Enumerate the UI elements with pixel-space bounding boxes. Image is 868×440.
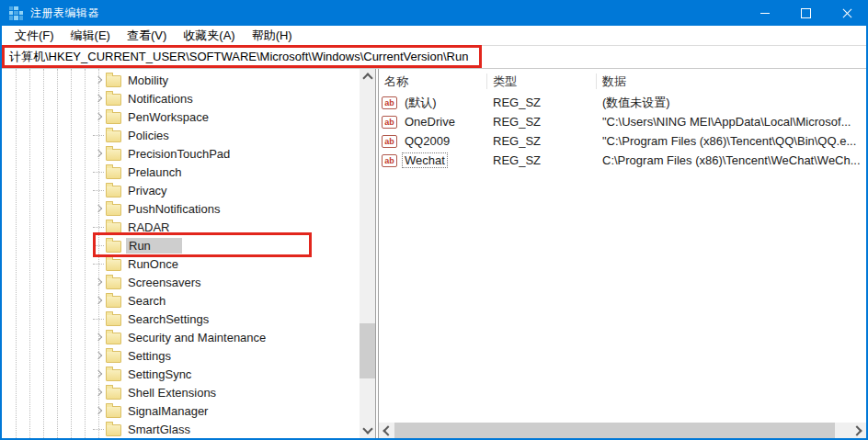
tree-item-privacy[interactable]: Privacy [2, 181, 360, 199]
menu-file[interactable]: 文件(F) [9, 28, 60, 44]
tree-item-label: RunOnce [128, 257, 178, 271]
chevron-right-icon[interactable] [93, 276, 106, 288]
column-header-name[interactable]: 名称 [379, 73, 487, 89]
tree-item-settings[interactable]: Settings [2, 346, 360, 365]
value-name: QQ2009 [402, 133, 452, 149]
folder-icon [106, 149, 121, 161]
tree-item-label: Privacy [128, 184, 167, 197]
maximize-button[interactable] [785, 0, 827, 26]
tree-item-policies[interactable]: Policies [2, 126, 360, 144]
menu-edit[interactable]: 编辑(E) [65, 28, 116, 44]
chevron-right-icon[interactable] [93, 349, 106, 362]
folder-icon [106, 112, 121, 124]
tree-connector-line [93, 245, 104, 246]
tree-item-screensavers[interactable]: Screensavers [2, 273, 360, 291]
folder-icon [106, 186, 121, 197]
value-data: "C:\Users\NING MEI\AppData\Local\Microso… [597, 115, 866, 129]
menu-help[interactable]: 帮助(H) [246, 28, 298, 44]
tree-item-precisiontouchpad[interactable]: PrecisionTouchPad [2, 144, 360, 163]
chevron-right-icon[interactable] [93, 110, 106, 123]
registry-values-pane: 名称 类型 数据 ab(默认)REG_SZ(数值未设置)abOneDriveRE… [378, 69, 866, 438]
folder-icon [106, 222, 121, 234]
chevron-right-icon[interactable] [93, 386, 106, 399]
tree-item-pushnotifications[interactable]: PushNotifications [2, 199, 360, 218]
chevron-down-icon [362, 423, 372, 434]
tree-item-security-and-maintenance[interactable]: Security and Maintenance [2, 328, 360, 346]
chevron-right-icon[interactable] [93, 73, 106, 86]
chevron-right-icon[interactable] [93, 367, 106, 380]
tree-item-signalmanager[interactable]: SignalManager [2, 401, 360, 420]
chevron-left-icon [383, 425, 393, 435]
tree-item-label: PushNotifications [128, 202, 220, 216]
registry-value-row-qq2009[interactable]: abQQ2009REG_SZ"C:\Program Files (x86)\Te… [379, 131, 866, 151]
scroll-down-button[interactable] [360, 423, 375, 438]
string-value-icon: ab [382, 96, 397, 109]
tree-item-label: Policies [128, 129, 169, 142]
tree-item-run[interactable]: Run [2, 236, 360, 254]
folder-icon [106, 75, 121, 87]
registry-value-row-wechat[interactable]: abWechatREG_SZC:\Program Files (x86)\Ten… [379, 151, 866, 170]
value-name-cell: abQQ2009 [379, 133, 487, 149]
tree-connector-line [93, 190, 104, 191]
folder-icon [106, 333, 121, 344]
chevron-right-icon[interactable] [93, 294, 106, 307]
chevron-right-icon[interactable] [93, 331, 106, 344]
value-type: REG_SZ [487, 115, 597, 129]
value-name-cell: ab(默认) [379, 94, 487, 112]
registry-tree-pane: MobilityNotificationsPenWorkspacePolicie… [2, 69, 376, 438]
folder-icon [106, 259, 121, 271]
folder-icon [106, 296, 121, 308]
tree-item-notifications[interactable]: Notifications [2, 89, 360, 107]
tree-vertical-scrollbar[interactable] [360, 69, 375, 438]
tree-item-label: SignalManager [128, 404, 208, 418]
folder-icon [106, 94, 121, 106]
folder-icon [106, 388, 121, 400]
tree-item-label: Prelaunch [128, 165, 182, 179]
value-type: REG_SZ [487, 134, 597, 148]
list-horizontal-scrollbar[interactable] [379, 423, 866, 438]
registry-editor-window: 注册表编辑器 文件(F) 编辑(E) 查看(V) 收藏夹(A) 帮助(H) 计算… [0, 0, 868, 440]
tree-item-penworkspace[interactable]: PenWorkspace [2, 107, 360, 126]
column-header-type[interactable]: 类型 [487, 73, 597, 89]
tree-item-searchsettings[interactable]: SearchSettings [2, 310, 360, 328]
menu-favorites[interactable]: 收藏夹(A) [177, 28, 240, 44]
window-title: 注册表编辑器 [30, 6, 99, 21]
tree-item-smartglass[interactable]: SmartGlass [2, 420, 360, 438]
address-bar[interactable]: 计算机\HKEY_CURRENT_USER\SOFTWARE\Microsoft… [2, 46, 866, 69]
value-data: (数值未设置) [597, 95, 866, 111]
value-name-cell: abOneDrive [379, 114, 487, 130]
tree-item-radar[interactable]: RADAR [2, 218, 360, 236]
tree-item-settingsync[interactable]: SettingSync [2, 365, 360, 383]
list-header: 名称 类型 数据 [379, 71, 866, 91]
chevron-right-icon [851, 425, 862, 435]
value-data: "C:\Program Files (x86)\Tencent\QQ\Bin\Q… [597, 134, 866, 148]
scroll-left-button[interactable] [379, 423, 394, 438]
chevron-right-icon[interactable] [93, 404, 106, 417]
folder-icon [106, 369, 121, 381]
registry-value-row-onedrive[interactable]: abOneDriveREG_SZ"C:\Users\NING MEI\AppDa… [379, 112, 866, 131]
scroll-up-button[interactable] [360, 69, 375, 85]
folder-icon [106, 130, 121, 142]
scrollbar-thumb[interactable] [360, 323, 375, 378]
close-button[interactable] [827, 0, 868, 26]
chevron-right-icon[interactable] [93, 202, 106, 215]
tree-item-label: PenWorkspace [128, 110, 209, 124]
tree-item-search[interactable]: Search [2, 291, 360, 310]
folder-icon [106, 351, 121, 363]
minimize-button[interactable] [744, 0, 785, 26]
tree-item-mobility[interactable]: Mobility [2, 71, 360, 89]
scroll-right-button[interactable] [851, 423, 866, 438]
tree-item-prelaunch[interactable]: Prelaunch [2, 163, 360, 181]
tree-item-runonce[interactable]: RunOnce [2, 254, 360, 273]
chevron-right-icon[interactable] [93, 92, 106, 105]
title-bar[interactable]: 注册表编辑器 [0, 0, 868, 26]
folder-icon [106, 204, 121, 216]
tree-item-shell-extensions[interactable]: Shell Extensions [2, 383, 360, 401]
folder-icon [106, 277, 121, 289]
chevron-right-icon[interactable] [93, 147, 106, 160]
tree-item-label: RADAR [128, 220, 170, 234]
scrollbar-thumb[interactable] [394, 423, 835, 438]
menu-view[interactable]: 查看(V) [121, 28, 172, 44]
registry-value-row--[interactable]: ab(默认)REG_SZ(数值未设置) [379, 93, 866, 112]
column-header-data[interactable]: 数据 [597, 73, 866, 89]
